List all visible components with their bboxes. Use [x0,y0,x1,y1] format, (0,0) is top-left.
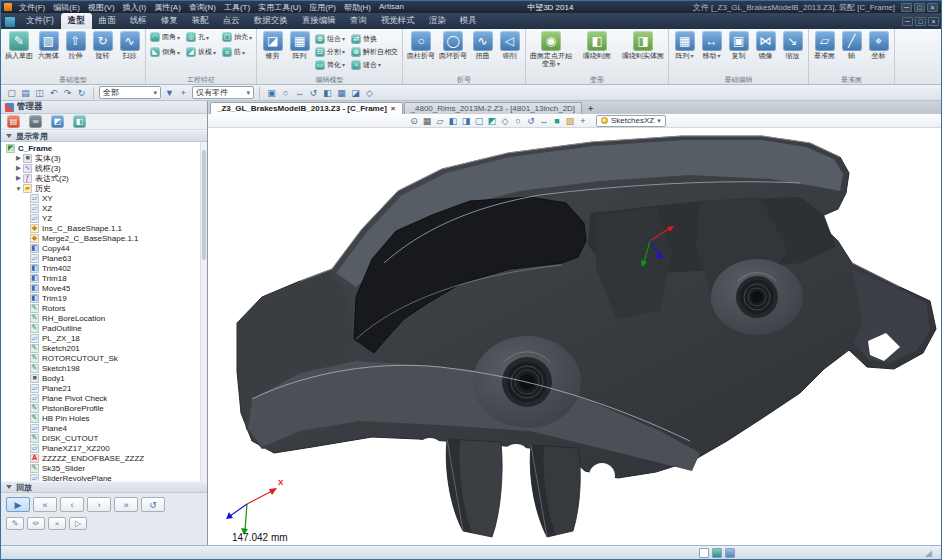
ribbon-tab[interactable]: 文件(F) [19,13,61,29]
tree-expander[interactable]: ▶ [14,154,23,162]
toolbar-icon[interactable]: ▤ [19,86,32,99]
window-control-button[interactable]: ─ [901,3,912,12]
playback-tool-button[interactable]: ▷ [69,517,87,530]
view-toolbar-icon[interactable]: ■ [551,115,563,127]
ribbon-button[interactable]: ◪ 修剪 [259,30,286,61]
tree-item[interactable]: SliderRevolvePlane [1,473,207,481]
tree-item[interactable]: Copy44 [1,243,207,253]
menu-item[interactable]: 工具(T) [220,2,254,13]
ribbon-small-button[interactable]: ◎ 孔 [184,32,218,42]
manager-tab-icon[interactable]: ◩ [51,115,64,128]
menu-item[interactable]: 文件(F) [15,2,49,13]
tree-item[interactable]: PistonBoreProfile [1,403,207,413]
tree-expander[interactable]: ▶ [14,164,23,172]
view-toolbar-icon[interactable]: ↔ [538,115,550,127]
view-toolbar-icon[interactable]: ↺ [525,115,537,127]
menu-item[interactable]: 插入(I) [119,2,151,13]
ribbon-tab[interactable]: 数据交换 [247,13,295,29]
tree-item[interactable]: Trim18 [1,273,207,283]
tree-item[interactable]: Sk35_Slider [1,463,207,473]
window-control-button[interactable]: × [927,3,938,12]
playback-tool-button[interactable]: ✎ [6,517,24,530]
ribbon-small-button[interactable]: ▭ 简化 [313,58,347,71]
ribbon-button[interactable]: ✎ 插入草图 [3,30,35,61]
view-toolbar-icon[interactable]: ▱ [434,115,446,127]
toolbar-icon[interactable]: ▢ [5,86,18,99]
view-toolbar-icon[interactable]: ◩ [486,115,498,127]
playback-header[interactable]: 回放 [1,481,207,493]
document-tab[interactable]: _4800_Rims_2013M-2.Z3 - [4801_13inch_2D] [404,102,583,114]
ribbon-button[interactable]: ▱ 基准面 [811,30,838,61]
toolbar-icon[interactable]: ↻ [75,86,88,99]
entity-filter-dropdown[interactable]: 仅有零件 [192,86,254,99]
tree-item[interactable]: Sketch201 [1,343,207,353]
ribbon-button[interactable]: ▧ 六面体 [35,30,62,61]
tree-item[interactable]: HB Pin Holes [1,413,207,423]
tree-item[interactable]: YZ [1,213,207,223]
menu-item[interactable]: 实用工具(U) [254,2,305,13]
ribbon-button[interactable]: ◉ 曲面定点开始变形 [528,30,574,69]
ribbon-button[interactable]: ╱ 轴 [838,30,865,61]
tree-item[interactable]: ZZZZZ_ENDOFBASE_ZZZZ [1,453,207,463]
toolbar-icon[interactable]: ↶ [47,86,60,99]
statusbar-icon[interactable] [712,548,722,558]
menu-item[interactable]: 视图(V) [84,2,119,13]
view-toolbar-icon[interactable]: ◇ [499,115,511,127]
tree-item[interactable]: Plane Pivot Check [1,393,207,403]
ribbon-button[interactable]: ▦ 阵列 [286,30,313,61]
tree-expander[interactable]: ▼ [14,185,23,192]
toolbar-icon[interactable]: ◧ [321,86,334,99]
view-toolbar-icon[interactable]: ◧ [447,115,459,127]
tree-item[interactable]: ▼ 历史 [1,183,207,193]
tree-item[interactable]: Body1 [1,373,207,383]
scrollbar-thumb[interactable] [202,150,206,260]
ribbon-small-button[interactable]: ⊗ 解析自相交 [349,45,400,58]
toolbar-icon[interactable]: ▣ [265,86,278,99]
menu-item[interactable]: 编辑(E) [49,2,84,13]
ribbon-tab[interactable]: 渲染 [422,13,453,29]
ribbon-button[interactable]: ∿ 扭曲 [469,30,496,61]
tree-item[interactable]: PadOutline [1,323,207,333]
tree-item[interactable]: Merge2_C_BaseShape.1.1 [1,233,207,243]
toolbar-icon[interactable]: ▼ [163,86,176,99]
tree-item[interactable]: Plane63 [1,253,207,263]
menu-item[interactable]: 查询(N) [185,2,220,13]
tree-item[interactable]: Plane4 [1,423,207,433]
view-toolbar-icon[interactable]: + [577,115,589,127]
ribbon-button[interactable]: ◨ 缠绕到实体面 [620,30,666,61]
playback-tool-button[interactable]: ✏ [27,517,45,530]
manager-tab-icon[interactable]: ∞ [29,115,42,128]
display-filter-dropdown[interactable]: 全部 [99,86,161,99]
ribbon-tab[interactable]: 直接编辑 [295,13,343,29]
toolbar-icon[interactable]: ◪ [349,86,362,99]
tree-item[interactable]: Ins_C_BaseShape.1.1 [1,223,207,233]
tree-expander[interactable]: ▶ [14,174,23,182]
menu-item[interactable]: Artisan [375,2,408,13]
sketch-list-dropdown[interactable]: SketchesXZ [596,115,666,127]
ribbon-button[interactable]: ↘ 缩放 [779,30,806,61]
toolbar-icon[interactable]: ◇ [363,86,376,99]
ribbon-button[interactable]: ○ 圆柱折弯 [405,30,437,61]
tree-scrollbar[interactable] [200,142,207,481]
playback-button[interactable]: ▶ [6,497,30,512]
ribbon-small-button[interactable]: ▢ 抽壳 [220,32,254,42]
ribbon-tab[interactable]: 装配 [185,13,216,29]
tree-item[interactable]: Plane21 [1,383,207,393]
playback-button[interactable]: ‹ [60,497,84,512]
new-tab-button[interactable]: + [583,104,598,114]
toolbar-icon[interactable]: ○ [279,86,292,99]
model-canvas[interactable]: X 147.042 mm [208,128,941,545]
toolbar-icon[interactable]: ↷ [61,86,74,99]
statusbar-icon[interactable] [725,548,735,558]
playback-button[interactable]: » [114,497,138,512]
menu-item[interactable]: 帮助(H) [340,2,375,13]
ribbon-tab[interactable]: 模具 [453,13,484,29]
ribbon-tab[interactable]: 查询 [343,13,374,29]
tree-item[interactable]: PlaneXZ17_XZ200 [1,443,207,453]
model-3d-view[interactable] [208,128,942,547]
toolbar-icon[interactable]: ▦ [335,86,348,99]
ribbon-button[interactable]: ↔ 移动 [698,30,725,61]
ribbon-small-button[interactable]: ⊕ 组合 [313,32,347,45]
view-toolbar-icon[interactable]: ⊙ [408,115,420,127]
ribbon-button[interactable]: ↻ 旋转 [89,30,116,61]
